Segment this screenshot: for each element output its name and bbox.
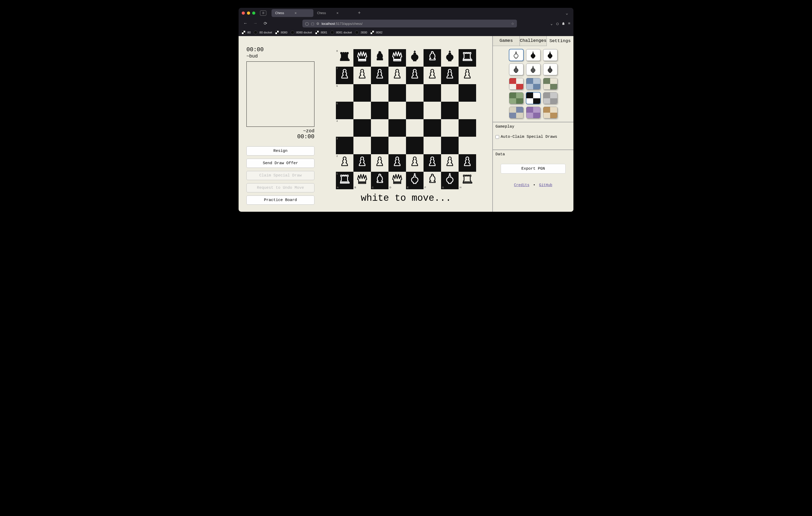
board-theme-option[interactable] <box>509 78 523 90</box>
piece-wP[interactable] <box>373 66 387 85</box>
piece-bQ[interactable] <box>390 49 405 67</box>
square[interactable] <box>353 67 371 84</box>
bookmark-item[interactable]: :3000 <box>355 31 367 34</box>
maximize-window-button[interactable] <box>252 11 255 14</box>
pocket-icon[interactable]: ⌄ <box>550 22 552 26</box>
square[interactable]: E <box>406 172 424 189</box>
piece-wP[interactable] <box>408 154 422 172</box>
square[interactable] <box>388 67 406 84</box>
credits-link[interactable]: Credits <box>514 183 529 187</box>
piece-bK[interactable] <box>408 49 422 67</box>
square[interactable] <box>424 137 441 154</box>
square[interactable]: 1A <box>336 172 353 189</box>
square[interactable] <box>459 119 476 137</box>
github-link[interactable]: GitHub <box>539 183 552 187</box>
chess-board[interactable]: 87654321ABCDEFGH <box>336 49 476 189</box>
piece-theme-option[interactable] <box>526 49 541 61</box>
square[interactable]: 3 <box>336 137 353 154</box>
piece-bR[interactable] <box>338 49 352 67</box>
practice-board-button[interactable]: Practice Board <box>246 195 314 205</box>
move-list[interactable] <box>246 61 314 127</box>
square[interactable] <box>353 84 371 102</box>
piece-wP[interactable] <box>425 154 440 172</box>
piece-wB[interactable] <box>373 172 387 190</box>
bookmark-item[interactable]: :8080 docket <box>291 31 312 34</box>
forward-button[interactable]: → <box>252 21 259 26</box>
square[interactable] <box>441 154 459 172</box>
piece-wP[interactable] <box>460 66 475 85</box>
square[interactable]: 6 <box>336 84 353 102</box>
square[interactable] <box>441 102 459 119</box>
bookmark-item[interactable]: :8081 <box>315 31 327 34</box>
url-bar[interactable]: ◯ ▢ ⚙ localhost:5173/apps/chess/ ☆ <box>302 20 517 27</box>
board-theme-option[interactable] <box>526 107 541 118</box>
square[interactable] <box>424 67 441 84</box>
account-icon[interactable]: ◯ <box>556 22 558 26</box>
close-window-button[interactable] <box>242 11 245 14</box>
square[interactable]: 5 <box>336 102 353 119</box>
browser-tab-inactive[interactable]: Chess × <box>313 9 355 17</box>
square[interactable] <box>406 67 424 84</box>
piece-bB[interactable] <box>425 49 440 67</box>
board-theme-option[interactable] <box>526 92 541 104</box>
piece-theme-option[interactable] <box>509 63 523 75</box>
square[interactable]: C <box>371 172 388 189</box>
bookmark-item[interactable]: :8081 docket <box>330 31 352 34</box>
board-theme-option[interactable] <box>543 78 557 90</box>
send-draw-button[interactable]: Send Draw Offer <box>246 159 314 168</box>
square[interactable] <box>459 154 476 172</box>
piece-wP[interactable] <box>390 66 405 85</box>
auto-claim-checkbox[interactable] <box>495 135 499 139</box>
piece-wP[interactable] <box>355 66 370 85</box>
square[interactable] <box>459 102 476 119</box>
piece-wP[interactable] <box>408 66 422 85</box>
square[interactable] <box>371 67 388 84</box>
square[interactable]: G <box>441 172 459 189</box>
piece-wP[interactable] <box>425 66 440 85</box>
piece-wQ[interactable] <box>390 172 405 190</box>
square[interactable] <box>406 49 424 67</box>
tab-games[interactable]: Games <box>493 36 520 46</box>
piece-wK[interactable] <box>408 172 422 190</box>
board-theme-option[interactable] <box>526 78 541 90</box>
square[interactable]: B <box>353 172 371 189</box>
square[interactable] <box>353 102 371 119</box>
square[interactable] <box>406 137 424 154</box>
square[interactable]: 7 <box>336 67 353 84</box>
square[interactable] <box>371 154 388 172</box>
piece-theme-option[interactable] <box>543 49 557 61</box>
close-tab-icon[interactable]: × <box>295 11 297 15</box>
square[interactable] <box>424 154 441 172</box>
sidebar-toggle-icon[interactable]: ☰ <box>260 10 266 16</box>
square[interactable] <box>388 137 406 154</box>
piece-wQ[interactable] <box>355 172 370 190</box>
square[interactable] <box>441 119 459 137</box>
tab-challenges[interactable]: Challenges <box>520 36 547 46</box>
bookmark-item[interactable]: :8080 <box>275 31 288 34</box>
square[interactable] <box>353 119 371 137</box>
piece-theme-option[interactable] <box>526 63 541 75</box>
square[interactable] <box>388 84 406 102</box>
square[interactable] <box>371 137 388 154</box>
square[interactable] <box>388 119 406 137</box>
menu-icon[interactable]: ≡ <box>568 22 570 26</box>
piece-wB[interactable] <box>425 172 440 190</box>
square[interactable] <box>424 119 441 137</box>
piece-wP[interactable] <box>338 154 352 172</box>
bookmark-item[interactable]: :80 <box>242 31 251 34</box>
board-theme-option[interactable] <box>543 107 557 118</box>
bookmark-item[interactable]: :80 docket <box>254 31 272 34</box>
square[interactable] <box>371 49 388 67</box>
square[interactable]: 2 <box>336 154 353 172</box>
piece-wP[interactable] <box>443 66 457 85</box>
piece-wP[interactable] <box>373 154 387 172</box>
bookmark-item[interactable]: :8082 <box>370 31 383 34</box>
square[interactable]: 8 <box>336 49 353 67</box>
square[interactable]: H <box>459 172 476 189</box>
board-theme-option[interactable] <box>543 92 557 104</box>
square[interactable]: D <box>388 172 406 189</box>
square[interactable] <box>371 102 388 119</box>
square[interactable] <box>371 84 388 102</box>
piece-wP[interactable] <box>355 154 370 172</box>
reload-button[interactable]: ⟳ <box>262 21 269 26</box>
